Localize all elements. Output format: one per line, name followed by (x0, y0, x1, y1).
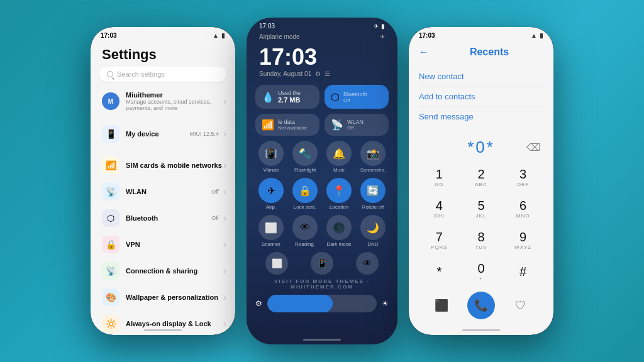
cp-icon-grid-2: ✈ Airp. 🔒 Lock scre. 📍 Location 🔄 Rotate… (247, 175, 397, 212)
cp-bottom-icons: ⬜ 📱 👁 (247, 250, 397, 277)
item-badge-wlan: Off (211, 189, 219, 195)
battery-icon-right: ▲ (531, 32, 537, 39)
voicemail-button[interactable]: 🛡 (507, 292, 535, 319)
settings-item-device[interactable]: 📱 My device MIUI 12.5.4 (91, 121, 235, 147)
settings-item-account[interactable]: M Miuithemer Manage accounts, cloud serv… (91, 87, 235, 116)
tile-bt-label: Bluetooth (343, 91, 382, 97)
key-1[interactable]: 1 GD (419, 162, 460, 192)
cp-icon-extra2[interactable]: 📱 (311, 252, 333, 275)
key-6[interactable]: 6 MNO (502, 194, 543, 224)
action-new-contact[interactable]: New contact (419, 67, 543, 87)
settings-item-vpn[interactable]: 🔒 VPN (91, 231, 235, 258)
control-screen: 17:03 ✈ ▮ Airplane mode ✈ 17:03 Sunday, … (247, 18, 397, 344)
cp-icon-vibrate[interactable]: 📳 Vibrate (255, 141, 287, 173)
cp-icon-scanner[interactable]: ⬜ Scanner (255, 215, 287, 247)
reading-icon: 👁 (292, 215, 318, 240)
recents-header: ← Recents (409, 41, 553, 63)
tile-wlan-value: Off (347, 125, 382, 131)
key-7[interactable]: 7 PQRS (419, 225, 460, 255)
status-bar-left: 17:03 ▲ ▮ (91, 27, 235, 41)
settings-screen: 17:03 ▲ ▮ Settings Search settings M Miu… (91, 27, 235, 335)
extra1-icon: ⬜ (265, 252, 288, 275)
back-button[interactable]: ← (419, 47, 429, 58)
watermark: VISIT FOR MORE THEMES - MIUITHEMER.COM (247, 277, 397, 291)
cp-icon-mute[interactable]: 🔔 Mute (323, 141, 355, 173)
item-label-wlan: WLAN (126, 188, 205, 195)
cp-icon-dnd[interactable]: 🌙 DND (357, 215, 389, 247)
action-add-contact[interactable]: Add to contacts (419, 87, 543, 107)
settings-item-wallpaper[interactable]: 🎨 Wallpaper & personalization (91, 284, 235, 310)
item-badge-bluetooth: Off (211, 215, 219, 221)
cp-icon-rotate[interactable]: 🔄 Rotate off (357, 178, 389, 210)
extra2-icon: 📱 (311, 252, 333, 275)
recents-actions: New contact Add to contacts Send message (409, 63, 553, 130)
item-label-bluetooth: Bluetooth (126, 214, 205, 222)
connection-icon: 📡 (102, 262, 119, 280)
settings-item-bluetooth[interactable]: ⬡ Bluetooth Off (91, 205, 235, 231)
wlan-tile-icon: 📡 (331, 119, 343, 131)
key-0[interactable]: 0 + (461, 256, 502, 287)
cp-icon-flashlight[interactable]: 🔦 Flashlight (289, 141, 321, 173)
settings-item-aod[interactable]: 🔆 Always-on display & Lock (91, 310, 235, 335)
backspace-button[interactable]: ⌫ (526, 141, 541, 153)
call-button[interactable]: 📞 (467, 292, 495, 319)
settings-item-connection[interactable]: 📡 Connection & sharing (91, 258, 235, 284)
cp-menu-icon: ☰ (325, 70, 330, 77)
key-9[interactable]: 9 WXYZ (502, 225, 543, 255)
cp-icon-darkmode[interactable]: 🌑 Dark mode (323, 215, 355, 247)
key-8[interactable]: 8 TUV (461, 225, 502, 255)
settings-title: Settings (91, 41, 235, 67)
tile-wlan-label: WLAN (347, 119, 382, 125)
delete-button[interactable]: ⬛ (428, 292, 455, 319)
search-bar[interactable]: Search settings (99, 67, 226, 82)
cp-icon-grid-1: 📳 Vibrate 🔦 Flashlight 🔔 Mute 📸 Screensh… (247, 138, 397, 175)
dnd-icon: 🌙 (360, 215, 386, 240)
airplane-icon: ✈ (258, 178, 284, 203)
mobile-data-icon: 📶 (262, 119, 274, 131)
bluetooth-icon: ⬡ (102, 209, 119, 227)
cp-icon-screenshot[interactable]: 📸 Screensho. (357, 141, 389, 173)
cp-tile-wlan[interactable]: 📡 WLAN Off (325, 114, 389, 136)
dialpad-number: *0* (467, 138, 495, 157)
mute-icon: 🔔 (326, 141, 352, 166)
key-hash[interactable]: # (502, 256, 543, 287)
dialpad-display: *0* ⌫ (409, 130, 553, 162)
cp-icon-extra1[interactable]: ⬜ (265, 252, 288, 275)
settings-item-sim[interactable]: 📶 SIM cards & mobile networks (91, 152, 235, 178)
item-label-connection: Connection & sharing (126, 267, 224, 275)
brightness-icon-left: ⚙ (255, 299, 262, 308)
cp-brightness-slider[interactable]: ⚙ ☀ (247, 291, 397, 317)
cp-icon-extra3[interactable]: 👁 (356, 252, 379, 275)
phones-container: 17:03 ▲ ▮ Settings Search settings M Miu… (91, 18, 553, 344)
cp-icon-airplane[interactable]: ✈ Airp. (255, 178, 287, 210)
cp-icon-reading[interactable]: 👁 Reading. (289, 215, 321, 247)
cp-time-status: 17:03 (259, 23, 275, 30)
settings-item-wlan[interactable]: 📡 WLAN Off (91, 178, 235, 205)
key-4[interactable]: 4 GHI (419, 194, 460, 224)
cp-icon-lockscreen[interactable]: 🔒 Lock scre. (289, 178, 321, 210)
cp-settings-icon: ⚙ (315, 70, 321, 77)
wallpaper-icon: 🎨 (102, 288, 119, 306)
cp-tile-bluetooth[interactable]: ⬡ Bluetooth Off (325, 85, 389, 109)
cp-tiles-row1: 💧 Used the 2.7 MB ⬡ Bluetooth Off (247, 82, 397, 111)
time-left: 17:03 (101, 32, 117, 39)
screenshot-icon: 📸 (360, 141, 386, 166)
cp-tile-data[interactable]: 💧 Used the 2.7 MB (255, 85, 319, 109)
data-icon: 💧 (262, 91, 274, 103)
recents-title: Recents (435, 47, 543, 58)
key-star[interactable]: * (419, 256, 460, 287)
dialpad-grid: 1 GD 2 ABC 3 DEF 4 GHI (409, 162, 553, 287)
extra3-icon: 👁 (356, 252, 379, 275)
key-2[interactable]: 2 ABC (461, 162, 502, 192)
action-send-message[interactable]: Send message (419, 107, 543, 126)
slider-track[interactable] (267, 295, 377, 312)
home-bar-left (144, 329, 182, 331)
slider-fill (267, 295, 333, 312)
darkmode-icon: 🌑 (326, 215, 352, 240)
key-5[interactable]: 5 JKL (461, 194, 502, 224)
dialpad-bottom: ⬛ 📞 🛡 (409, 287, 553, 327)
cp-airplane-bar: Airplane mode ✈ (247, 32, 397, 41)
cp-icon-location[interactable]: 📍 Location (323, 178, 355, 210)
key-3[interactable]: 3 DEF (502, 162, 543, 192)
cp-tile-mobile[interactable]: 📶 le data Not available (255, 114, 319, 136)
